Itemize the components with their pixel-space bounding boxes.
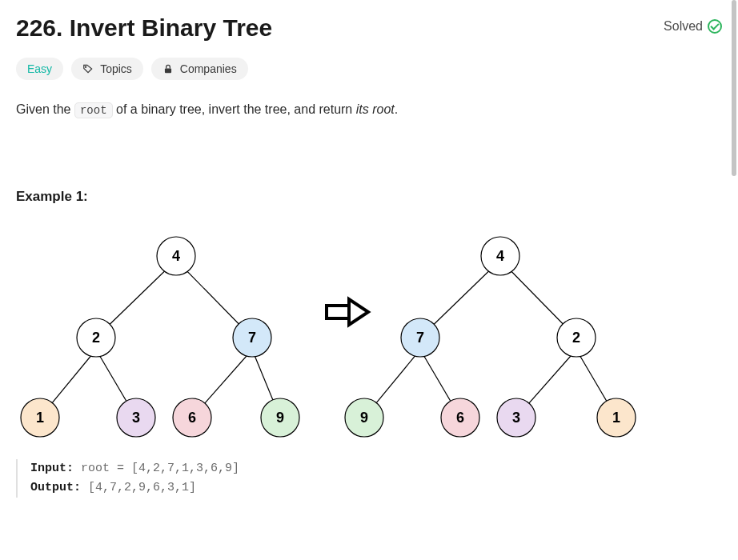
node-left-root: 4: [172, 248, 180, 264]
svg-marker-15: [349, 299, 368, 325]
output-value: [4,7,2,9,6,3,1]: [81, 481, 196, 494]
difficulty-chip[interactable]: Easy: [16, 58, 63, 80]
svg-rect-1: [165, 68, 171, 73]
desc-italic: its root: [356, 102, 395, 116]
desc-suffix: .: [395, 102, 398, 116]
input-line: Input: root = [4,2,7,1,3,6,9]: [30, 459, 722, 478]
page-title: 226. Invert Binary Tree: [16, 14, 272, 42]
node-right-rl: 3: [512, 410, 520, 426]
node-left-rr: 9: [276, 410, 284, 426]
lock-icon: [162, 63, 174, 74]
node-right-rr: 1: [612, 410, 620, 426]
node-right-root: 4: [496, 248, 504, 264]
chips-row: Easy Topics Companies: [16, 58, 722, 80]
input-value: root = [4,2,7,1,3,6,9]: [74, 462, 239, 475]
desc-mid: of a binary tree, invert the tree, and r…: [113, 102, 356, 116]
output-label: Output:: [30, 481, 81, 494]
example-heading: Example 1:: [16, 189, 722, 205]
input-label: Input:: [30, 462, 74, 475]
problem-description: Given the root of a binary tree, invert …: [16, 102, 722, 117]
node-left-ll: 1: [36, 410, 44, 426]
svg-rect-14: [327, 306, 349, 318]
desc-prefix: Given the: [16, 102, 74, 116]
companies-label: Companies: [180, 62, 237, 75]
tag-icon: [82, 63, 94, 74]
companies-chip[interactable]: Companies: [151, 58, 248, 80]
node-left-rl: 6: [188, 410, 196, 426]
node-right-l: 7: [416, 330, 424, 346]
node-left-l: 2: [92, 330, 100, 346]
example-io: Input: root = [4,2,7,1,3,6,9] Output: [4…: [16, 459, 722, 498]
node-left-r: 7: [248, 330, 256, 346]
output-line: Output: [4,7,2,9,6,3,1]: [30, 478, 722, 498]
arrow-icon: [327, 299, 368, 325]
solved-label: Solved: [664, 19, 703, 34]
desc-code: root: [74, 102, 113, 118]
node-right-ll: 9: [360, 410, 368, 426]
header-row: 226. Invert Binary Tree Solved: [16, 14, 722, 42]
node-right-lr: 6: [456, 410, 464, 426]
node-right-r: 2: [572, 330, 580, 346]
check-icon: [708, 19, 722, 34]
svg-point-0: [86, 66, 86, 67]
difficulty-label: Easy: [27, 62, 52, 75]
solved-status: Solved: [664, 19, 722, 34]
tree-diagram: 4 2 7 1 3 6 9 4 7 2 9 6 3 1: [16, 226, 656, 442]
scrollbar[interactable]: [732, 0, 736, 176]
node-left-lr: 3: [132, 410, 140, 426]
topics-chip[interactable]: Topics: [71, 58, 143, 80]
topics-label: Topics: [100, 62, 132, 75]
